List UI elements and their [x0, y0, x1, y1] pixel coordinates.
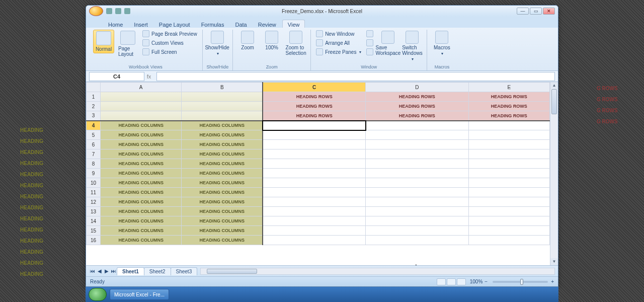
row-header-6[interactable]: 6 — [87, 140, 101, 149]
cell-C5[interactable] — [263, 130, 365, 140]
cell-B8[interactable]: HEADING COLUMNS — [182, 159, 263, 169]
row-header-12[interactable]: 12 — [87, 197, 101, 207]
tab-insert[interactable]: Insert — [129, 20, 153, 28]
row-header-2[interactable]: 2 — [87, 102, 101, 111]
cell-E9[interactable] — [468, 169, 549, 178]
cell-C12[interactable] — [263, 197, 365, 207]
taskbar-item-excel[interactable]: Microsoft Excel - Fre... — [110, 289, 169, 300]
cell-E16[interactable] — [468, 236, 549, 245]
cell-A11[interactable]: HEADING COLUMNS — [100, 188, 181, 197]
minimize-button[interactable]: — — [517, 8, 529, 15]
row-header-15[interactable]: 15 — [87, 226, 101, 236]
cell-D5[interactable] — [366, 130, 468, 140]
cell-E12[interactable] — [468, 197, 549, 207]
cell-E5[interactable] — [468, 130, 549, 140]
cell-B1[interactable] — [182, 92, 263, 102]
row-header-7[interactable]: 7 — [87, 149, 101, 159]
page-layout-button[interactable]: Page Layout — [117, 30, 138, 58]
row-header-9[interactable]: 9 — [87, 169, 101, 178]
horizontal-scrollbar[interactable] — [200, 268, 555, 275]
cell-E11[interactable] — [468, 188, 549, 197]
cell-A2[interactable] — [100, 102, 181, 111]
vertical-scrollbar[interactable]: ▲ ▼ — [550, 82, 558, 265]
column-header-E[interactable]: E — [468, 83, 549, 92]
cell-A7[interactable]: HEADING COLUMNS — [100, 149, 181, 159]
cell-C2[interactable]: HEADING ROWS — [263, 102, 365, 111]
cell-E2[interactable]: HEADING ROWS — [468, 102, 549, 111]
cell-A15[interactable]: HEADING COLUMNS — [100, 226, 181, 236]
row-header-5[interactable]: 5 — [87, 130, 101, 140]
sheet-tab-sheet2[interactable]: Sheet2 — [144, 267, 171, 275]
cell-D2[interactable]: HEADING ROWS — [366, 102, 468, 111]
cell-B5[interactable]: HEADING COLUMNS — [182, 130, 263, 140]
cell-B11[interactable]: HEADING COLUMNS — [182, 188, 263, 197]
cell-C10[interactable] — [263, 178, 365, 188]
office-button[interactable] — [89, 6, 103, 16]
column-header-A[interactable]: A — [100, 83, 181, 92]
maximize-button[interactable]: ▭ — [530, 8, 542, 15]
cell-D12[interactable] — [366, 197, 468, 207]
grid[interactable]: ABCDE1HEADING ROWSHEADING ROWSHEADING RO… — [86, 82, 550, 265]
column-header-C[interactable]: C — [263, 83, 365, 92]
cell-D15[interactable] — [366, 226, 468, 236]
cell-E7[interactable] — [468, 149, 549, 159]
scroll-thumb[interactable] — [551, 89, 557, 114]
scroll-down-arrow-icon[interactable]: ▼ — [550, 258, 558, 265]
cell-B14[interactable]: HEADING COLUMNS — [182, 216, 263, 226]
select-all-corner[interactable] — [87, 83, 101, 92]
cell-E4[interactable] — [468, 121, 549, 130]
cell-D16[interactable] — [366, 236, 468, 245]
zoom-in-button[interactable]: + — [551, 279, 554, 284]
row-header-16[interactable]: 16 — [87, 236, 101, 245]
sheet-tab-sheet3[interactable]: Sheet3 — [171, 267, 198, 275]
tab-nav-next[interactable]: ▶ — [103, 268, 110, 274]
view-page-layout-button[interactable] — [447, 278, 456, 285]
row-header-3[interactable]: 3 — [87, 111, 101, 121]
cell-E1[interactable]: HEADING ROWS — [468, 92, 549, 102]
view-page-break-button[interactable] — [457, 278, 466, 285]
row-header-1[interactable]: 1 — [87, 92, 101, 102]
cell-B7[interactable]: HEADING COLUMNS — [182, 149, 263, 159]
fx-icon[interactable]: fx — [144, 73, 153, 80]
cell-B3[interactable] — [182, 111, 263, 121]
row-header-11[interactable]: 11 — [87, 188, 101, 197]
cell-E8[interactable] — [468, 159, 549, 169]
cell-E13[interactable] — [468, 207, 549, 216]
cell-D11[interactable] — [366, 188, 468, 197]
name-box[interactable]: C4 — [89, 72, 144, 81]
zoom-to-selection-button[interactable]: Zoom to Selection — [285, 30, 306, 57]
tab-data[interactable]: Data — [230, 20, 252, 28]
cell-E10[interactable] — [468, 178, 549, 188]
cell-C7[interactable] — [263, 149, 365, 159]
row-header-8[interactable]: 8 — [87, 159, 101, 169]
cell-D1[interactable]: HEADING ROWS — [366, 92, 468, 102]
switch-windows-button[interactable]: Switch Windows▾ — [401, 30, 423, 62]
cell-A14[interactable]: HEADING COLUMNS — [100, 216, 181, 226]
cell-B12[interactable]: HEADING COLUMNS — [182, 197, 263, 207]
close-button[interactable]: ✕ — [543, 8, 555, 15]
full-screen-button[interactable]: Full Screen — [141, 48, 198, 56]
tab-nav-last[interactable]: ⏭ — [110, 268, 117, 274]
tab-review[interactable]: Review — [253, 20, 281, 28]
zoom-out-button[interactable]: − — [485, 279, 488, 284]
cell-B10[interactable]: HEADING COLUMNS — [182, 178, 263, 188]
zoom-button[interactable]: Zoom — [237, 30, 258, 51]
freeze-panes-button[interactable]: Freeze Panes▾ — [315, 48, 362, 56]
cell-D8[interactable] — [366, 159, 468, 169]
view-normal-button[interactable] — [437, 278, 446, 285]
cell-E6[interactable] — [468, 140, 549, 149]
cell-D10[interactable] — [366, 178, 468, 188]
tab-nav-prev[interactable]: ◀ — [96, 268, 103, 274]
tab-nav-first[interactable]: ⏮ — [89, 268, 96, 274]
cell-B9[interactable]: HEADING COLUMNS — [182, 169, 263, 178]
cell-A1[interactable] — [100, 92, 181, 102]
new-window-button[interactable]: New Window — [315, 30, 362, 38]
cell-A3[interactable] — [100, 111, 181, 121]
qat-undo-icon[interactable] — [115, 8, 121, 14]
cell-D7[interactable] — [366, 149, 468, 159]
qat-redo-icon[interactable] — [124, 8, 130, 14]
cell-D9[interactable] — [366, 169, 468, 178]
cell-C4[interactable] — [263, 121, 365, 130]
zoom-slider-knob[interactable] — [520, 279, 523, 285]
cell-A13[interactable]: HEADING COLUMNS — [100, 207, 181, 216]
